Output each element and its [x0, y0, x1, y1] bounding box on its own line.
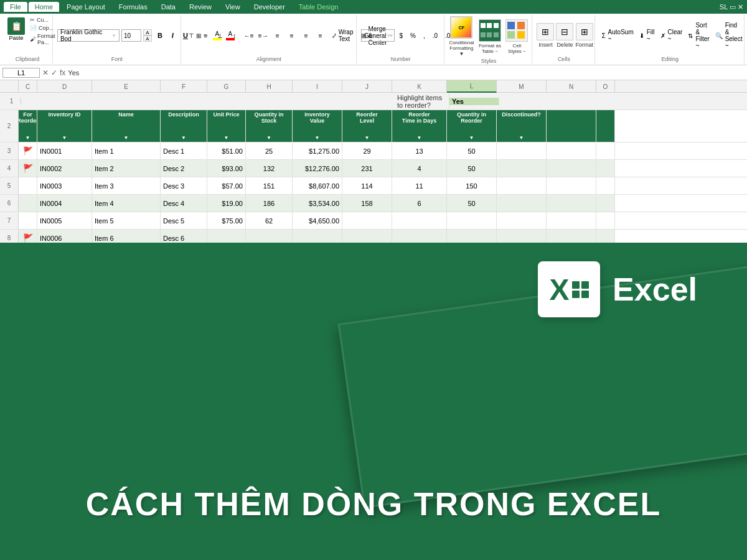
id-cell-4[interactable]: IN0005	[37, 212, 92, 229]
qty-reorder-cell-0[interactable]: 50	[447, 142, 497, 159]
font-decrease-button[interactable]: A	[143, 35, 152, 42]
col-header-c[interactable]: C	[19, 80, 37, 93]
name-filter[interactable]: ▼	[124, 135, 129, 141]
text-direction-button[interactable]: ↕	[228, 30, 241, 41]
align-bottom-button[interactable]: ⊥	[214, 30, 227, 41]
align-middle-button[interactable]: ≡	[200, 30, 212, 41]
insert-button[interactable]: ⊞ Insert	[537, 23, 554, 48]
font-size-box[interactable]: 10	[121, 29, 141, 42]
tab-page-layout[interactable]: Page Layout	[60, 2, 111, 12]
value-cell-2[interactable]: $8,607.00	[293, 177, 342, 194]
flag-cell-2[interactable]	[19, 177, 37, 194]
extra-cell-2[interactable]	[547, 177, 596, 194]
inv-value-filter[interactable]: ▼	[315, 135, 320, 141]
col-header-f[interactable]: F	[161, 80, 207, 93]
col-header-j[interactable]: J	[342, 80, 392, 93]
reorder-days-cell-2[interactable]: 11	[392, 177, 447, 194]
inventory-id-filter[interactable]: ▼	[62, 135, 67, 141]
align-top-button[interactable]: ⊤	[186, 30, 198, 41]
format-button[interactable]: ⊞ Format	[575, 23, 593, 48]
col-header-l[interactable]: L	[447, 80, 497, 93]
extra2-cell-3[interactable]	[596, 195, 615, 212]
discontinued-cell-2[interactable]	[497, 177, 547, 194]
align-center-button[interactable]: ≡	[286, 30, 298, 41]
qty-cell-4[interactable]: 62	[246, 212, 293, 229]
align-right-button[interactable]: ≡	[300, 30, 312, 41]
price-cell-2[interactable]: $57.00	[207, 177, 246, 194]
extra-cell-0[interactable]	[547, 142, 596, 159]
extra2-cell-4[interactable]	[596, 212, 615, 229]
qty-reorder-cell-1[interactable]: 50	[447, 160, 497, 177]
qty-reorder-cell-4[interactable]	[447, 212, 497, 229]
price-cell-4[interactable]: $75.00	[207, 212, 246, 229]
reorder-days-cell-3[interactable]: 6	[392, 195, 447, 212]
value-cell-3[interactable]: $3,534.00	[293, 195, 342, 212]
cut-button[interactable]: ✂ Cu...	[29, 16, 57, 24]
value-cell-0[interactable]: $1,275.00	[293, 142, 342, 159]
price-cell-1[interactable]: $93.00	[207, 160, 246, 177]
align-left-button[interactable]: ≡	[271, 30, 284, 41]
col-header-h[interactable]: H	[246, 80, 293, 93]
description-filter[interactable]: ▼	[181, 135, 186, 141]
extra-cell-1[interactable]	[547, 160, 596, 177]
extra2-cell-1[interactable]	[596, 160, 615, 177]
discontinued-cell-1[interactable]	[497, 160, 547, 177]
fx-cancel-icon[interactable]: ✕	[42, 68, 49, 77]
desc-cell-3[interactable]: Desc 4	[161, 195, 207, 212]
extra-cell-3[interactable]	[547, 195, 596, 212]
price-cell-3[interactable]: $19.00	[207, 195, 246, 212]
reorder-days-cell-0[interactable]: 13	[392, 142, 447, 159]
id-cell-1[interactable]: IN0002	[37, 160, 92, 177]
name-cell-0[interactable]: Item 1	[92, 142, 161, 159]
col-header-n[interactable]: N	[547, 80, 596, 93]
tab-review[interactable]: Review	[183, 2, 218, 12]
col-header-d[interactable]: D	[37, 80, 92, 93]
col-header-e[interactable]: E	[92, 80, 161, 93]
col-header-i[interactable]: I	[293, 80, 342, 93]
price-cell-0[interactable]: $51.00	[207, 142, 246, 159]
value-cell-1[interactable]: $12,276.00	[293, 160, 342, 177]
qty-cell-0[interactable]: 25	[246, 142, 293, 159]
cell-l1[interactable]: Yes	[449, 98, 499, 105]
reorder-days-cell-1[interactable]: 4	[392, 160, 447, 177]
qty-stock-filter[interactable]: ▼	[266, 135, 271, 141]
conditional-formatting-button[interactable]: CF ConditionalFormatting ▼	[449, 16, 474, 57]
name-cell-3[interactable]: Item 4	[92, 195, 161, 212]
col-header-o[interactable]: O	[596, 80, 615, 93]
qty-reorder-cell-3[interactable]: 50	[447, 195, 497, 212]
desc-cell-4[interactable]: Desc 5	[161, 212, 207, 229]
flag-cell-0[interactable]: 🚩	[19, 142, 37, 159]
reorder-level-cell-1[interactable]: 231	[342, 160, 392, 177]
comma-button[interactable]: ,	[420, 31, 428, 40]
fx-confirm-icon[interactable]: ✓	[51, 68, 57, 77]
desc-cell-1[interactable]: Desc 2	[161, 160, 207, 177]
reorder-days-cell-4[interactable]	[392, 212, 447, 229]
paste-button[interactable]: 📋 Paste	[6, 16, 26, 55]
fill-button[interactable]: ⬇ Fill ~	[637, 27, 657, 44]
flag-cell-3[interactable]	[19, 195, 37, 212]
tab-view[interactable]: View	[219, 2, 247, 12]
currency-button[interactable]: $	[397, 31, 406, 40]
find-select-button[interactable]: 🔍 Find & Select ~	[713, 21, 745, 50]
autosum-button[interactable]: Σ AutoSum ~	[599, 27, 635, 44]
reorder-level-cell-3[interactable]: 158	[342, 195, 392, 212]
value-cell-4[interactable]: $4,650.00	[293, 212, 342, 229]
font-increase-button[interactable]: A	[143, 29, 152, 35]
qty-reorder-cell-2[interactable]: 150	[447, 177, 497, 194]
extra2-cell-0[interactable]	[596, 142, 615, 159]
reorder-level-filter[interactable]: ▼	[365, 135, 370, 141]
qty-cell-1[interactable]: 132	[246, 160, 293, 177]
reorder-level-cell-4[interactable]	[342, 212, 392, 229]
format-as-table-button[interactable]: Format as Table ~	[476, 19, 503, 54]
reorder-level-cell-0[interactable]: 29	[342, 142, 392, 159]
reorder-days-filter[interactable]: ▼	[417, 135, 422, 141]
percent-button[interactable]: %	[407, 31, 419, 40]
id-cell-3[interactable]: IN0004	[37, 195, 92, 212]
indent-increase-button[interactable]: ≡→	[257, 30, 270, 41]
col-header-g[interactable]: G	[207, 80, 246, 93]
tab-table-design[interactable]: Table Design	[293, 2, 345, 12]
tab-file[interactable]: File	[4, 2, 27, 12]
tab-formulas[interactable]: Formulas	[113, 2, 154, 12]
font-name-box[interactable]: Franklin Gothic Bod ▼	[57, 29, 120, 42]
flag-cell-4[interactable]	[19, 212, 37, 229]
